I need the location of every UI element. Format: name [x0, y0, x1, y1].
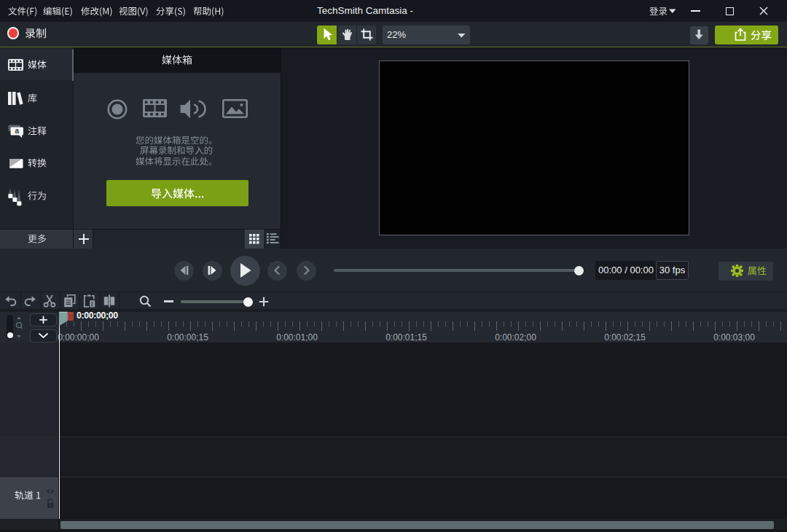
svg-text:a: a	[15, 127, 19, 135]
